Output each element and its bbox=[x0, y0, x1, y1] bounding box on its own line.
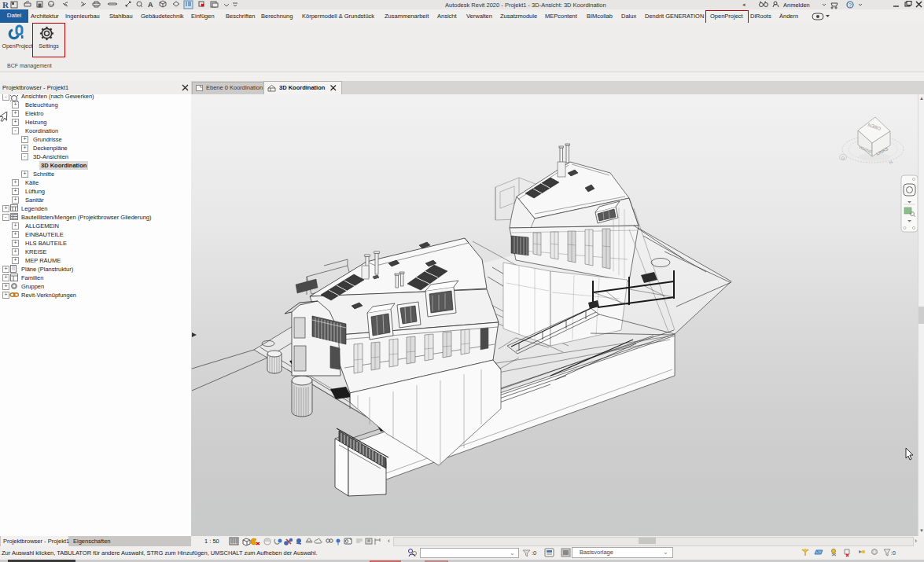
svg-text:Autodesk Revit 2020 - Projekt1: Autodesk Revit 2020 - Projekt1 - 3D-Ansi… bbox=[445, 2, 606, 9]
svg-text:A: A bbox=[148, 1, 153, 9]
svg-text:N: N bbox=[888, 160, 893, 165]
svg-text:◂: ◂ bbox=[742, 2, 745, 7]
svg-text:R: R bbox=[2, 0, 9, 9]
svg-text:Anmelden: Anmelden bbox=[783, 2, 810, 9]
svg-text:?: ? bbox=[849, 2, 852, 8]
svg-text:O: O bbox=[841, 155, 846, 161]
svg-text::0: :0 bbox=[891, 550, 896, 556]
